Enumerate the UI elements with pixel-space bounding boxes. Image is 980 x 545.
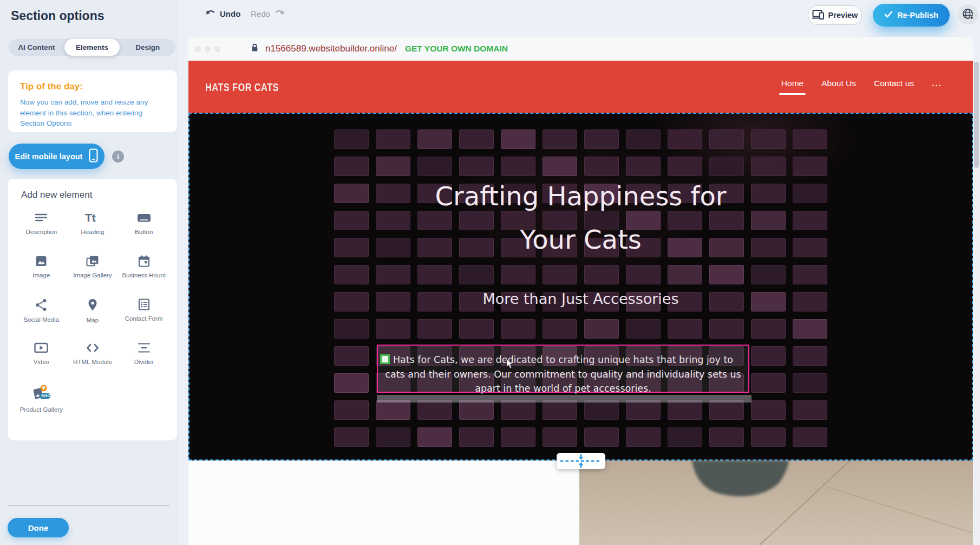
element-item-label: Image Gallery (73, 271, 112, 280)
element-item-product-gallery[interactable]: SHOPProduct Gallery (16, 377, 67, 420)
preview-scrollbar (973, 61, 980, 545)
element-item-label: Image (32, 271, 50, 280)
heading-icon: Tt (84, 211, 101, 224)
scrollbar-thumb[interactable] (974, 62, 979, 168)
hero-tile (501, 265, 535, 284)
nav-item-contact-us[interactable]: Contact us (874, 79, 914, 92)
hero-tile (334, 346, 369, 366)
nav-item-about-us[interactable]: About Us (821, 79, 856, 92)
phone-icon (89, 148, 98, 164)
hero-tile (584, 319, 619, 339)
hero-tile (626, 157, 661, 176)
hero-tile (334, 129, 369, 149)
window-dot (214, 46, 220, 52)
undo-button[interactable]: Undo (202, 8, 244, 19)
image-gallery-icon (86, 255, 100, 268)
hero-tile (709, 157, 744, 176)
hero-tile (793, 373, 827, 393)
info-icon[interactable]: i (112, 151, 124, 163)
edit-mobile-layout-label: Edit mobile layout (15, 152, 83, 161)
element-grid: DescriptionTtHeadingButtonImageImage Gal… (16, 204, 169, 420)
element-item-label: Button (135, 228, 153, 236)
hero-section[interactable]: Crafting Happiness forYour Cats More tha… (188, 113, 973, 460)
hero-tile (543, 157, 577, 176)
tab-ai-content[interactable]: AI Content (9, 39, 64, 56)
hero-tile (793, 129, 827, 149)
svg-text:SHOP: SHOP (41, 393, 52, 398)
mouse-cursor (506, 359, 513, 371)
element-item-label: Video (34, 358, 49, 366)
hero-tile (751, 129, 786, 149)
hero-tile (751, 427, 786, 447)
republish-button[interactable]: Re-Publish (873, 4, 950, 27)
element-item-contact-form[interactable]: Contact Form (118, 290, 169, 334)
get-domain-link[interactable]: GET YOUR OWN DOMAIN (405, 44, 508, 54)
element-item-social-media[interactable]: Social Media (16, 290, 67, 334)
element-item-label: Contact Form (125, 315, 163, 323)
element-item-label: Social Media (23, 316, 59, 324)
hero-tile (459, 319, 494, 339)
hero-tile (584, 129, 619, 149)
selected-paragraph-element[interactable]: Hats for Cats, we are dedicated to craft… (377, 345, 749, 393)
divider-icon (137, 341, 151, 354)
html-module-icon (85, 341, 100, 354)
hero-tile (376, 427, 410, 447)
tab-design[interactable]: Design (120, 39, 175, 56)
panel-tabs: AI ContentElementsDesign (9, 39, 175, 56)
hero-tile (501, 427, 535, 447)
element-item-button[interactable]: Button (118, 204, 169, 247)
hero-tile (334, 427, 369, 447)
redo-button[interactable]: Redo (247, 8, 288, 19)
element-item-video[interactable]: Video (16, 334, 67, 377)
tab-elements[interactable]: Elements (64, 39, 120, 56)
hero-tile (417, 157, 452, 176)
hero-tile (459, 400, 494, 420)
hero-tile (668, 400, 702, 420)
element-item-heading[interactable]: TtHeading (67, 204, 119, 247)
window-dot (205, 46, 211, 52)
hero-heading[interactable]: Crafting Happiness forYour Cats (190, 174, 972, 261)
hero-tile (501, 400, 535, 420)
element-item-map[interactable]: Map (67, 290, 119, 334)
hero-tile (793, 400, 827, 420)
hero-tile (334, 157, 369, 176)
done-button[interactable]: Done (8, 518, 69, 537)
add-element-card: Add new element DescriptionTtHeadingButt… (8, 179, 177, 440)
hero-tile (626, 427, 661, 447)
hero-tile (376, 265, 410, 284)
section-resize-control[interactable] (557, 453, 605, 469)
drag-ghost-bar (377, 395, 752, 403)
hero-tile (709, 319, 744, 339)
hero-tile (376, 400, 410, 420)
element-item-label: Map (87, 316, 99, 325)
hero-subheading[interactable]: More than Just Accessories (190, 290, 972, 307)
map-icon (87, 298, 99, 313)
language-globe-button[interactable] (958, 4, 978, 25)
element-item-business-hours[interactable]: Business Hours (118, 247, 169, 290)
hero-tile (459, 157, 494, 176)
nav-more-button[interactable]: ... (932, 79, 942, 92)
edit-mobile-layout-button[interactable]: Edit mobile layout (9, 144, 104, 169)
url-text[interactable]: n1566589.websitebuilder.online/ (265, 43, 397, 54)
element-item-description[interactable]: Description (16, 204, 67, 247)
app-window: Section options AI ContentElementsDesign… (0, 0, 980, 545)
element-item-divider[interactable]: Divider (118, 334, 169, 377)
drag-handle[interactable] (380, 354, 390, 364)
nav-item-home[interactable]: Home (781, 79, 803, 92)
element-item-image[interactable]: Image (16, 247, 67, 290)
hero-tile (668, 157, 702, 176)
business-hours-icon (138, 255, 151, 268)
element-item-html-module[interactable]: HTML Module (67, 334, 119, 377)
hero-tile (709, 427, 744, 447)
preview-button[interactable]: Preview (808, 5, 862, 25)
hero-tile (751, 265, 786, 284)
element-item-image-gallery[interactable]: Image Gallery (67, 247, 119, 290)
window-dot (195, 46, 201, 52)
hero-tile (751, 319, 786, 339)
hero-tile (626, 265, 661, 284)
panel-footer-divider (8, 505, 170, 505)
undo-icon (205, 9, 215, 18)
contact-form-icon (138, 298, 151, 311)
hero-tile (793, 346, 827, 366)
hero-tile (334, 373, 369, 393)
